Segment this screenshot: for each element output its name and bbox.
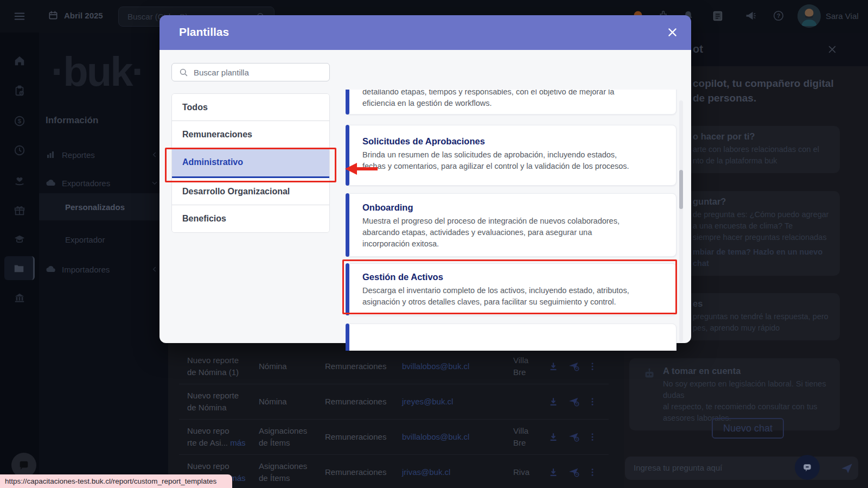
user-avatar[interactable]: [797, 4, 821, 28]
rail-payroll-icon[interactable]: $: [4, 109, 35, 133]
download-icon[interactable]: [543, 467, 564, 478]
rail-training-icon[interactable]: [4, 227, 35, 251]
cloud-download-icon: [46, 178, 56, 188]
template-search-input[interactable]: [194, 64, 324, 81]
owner-name: VillaBre: [513, 354, 543, 378]
megaphone-icon[interactable]: [744, 10, 756, 22]
sidebar-item-exportadores[interactable]: Exportadores: [39, 173, 168, 193]
browser-status-url: https://capacitaciones-test.buk.cl/repor…: [0, 474, 232, 488]
template-card-onboarding[interactable]: Onboarding Muestra el progreso del proce…: [346, 193, 676, 257]
template-card-partial-bottom[interactable]: [346, 324, 676, 351]
owner-name: VillaBre: [513, 425, 543, 449]
category-item-remuneraciones[interactable]: Remuneraciones: [172, 121, 329, 148]
chat-bubble-button[interactable]: [795, 455, 820, 480]
scrollbar-thumb[interactable]: [679, 170, 683, 209]
chevron-left-icon: [151, 151, 158, 159]
copilot-input-wrap: [625, 457, 858, 480]
sidebar-item-importadores[interactable]: Importadores: [39, 259, 168, 279]
sidebar-item-label: Personalizados: [65, 202, 125, 212]
rail-time-icon[interactable]: [4, 138, 35, 162]
sidebar-item-label: Exportador: [65, 235, 105, 244]
download-icon[interactable]: [543, 396, 564, 407]
card-accent-bar: [346, 193, 349, 257]
schedule-send-icon[interactable]: [564, 396, 584, 408]
report-category: Remuneraciones: [325, 431, 402, 443]
new-chat-button[interactable]: Nuevo chat: [712, 418, 784, 439]
search-icon: [178, 67, 189, 78]
buk-logo: ·buk·: [51, 48, 144, 95]
rail-organization-icon[interactable]: [4, 286, 35, 309]
owner-email-link[interactable]: bvillalobos@buk.cl: [402, 360, 513, 372]
category-item-todos[interactable]: Todos: [172, 94, 329, 121]
report-type: Nómina: [259, 360, 325, 372]
svg-text:?: ?: [777, 12, 781, 19]
annotation-box-administrativo: [165, 148, 336, 182]
kebab-menu-icon[interactable]: [584, 362, 601, 371]
copilot-title-fragment: ot: [693, 43, 703, 55]
more-link[interactable]: más: [230, 438, 245, 447]
template-title: Onboarding: [362, 202, 663, 213]
news-icon[interactable]: [712, 10, 724, 22]
sidebar-item-reportes[interactable]: Reportes: [39, 145, 168, 164]
owner-email-link[interactable]: bvillalobos@buk.cl: [402, 431, 513, 443]
robot-icon: [642, 367, 656, 381]
schedule-send-icon[interactable]: [564, 466, 584, 478]
download-icon[interactable]: [543, 361, 564, 372]
modal-close-icon[interactable]: [667, 27, 678, 38]
scrollbar-track[interactable]: [679, 100, 683, 342]
chevron-left-icon: [151, 265, 158, 273]
schedule-send-icon[interactable]: [564, 360, 584, 372]
sidebar-item-exportador[interactable]: Exportador: [39, 226, 163, 253]
period-label: Abril 2025: [64, 11, 103, 20]
kebab-menu-icon[interactable]: [584, 432, 601, 442]
report-type: Asignacionesde Ítems: [259, 425, 325, 449]
table-row: Nuevo reportede Nómina Nómina Remuneraci…: [179, 384, 609, 420]
sidebar-item-personalizados[interactable]: Personalizados: [39, 193, 163, 220]
kebab-menu-icon[interactable]: [584, 467, 601, 477]
template-card-partial[interactable]: detallando etapas, tiempos y responsable…: [346, 90, 676, 115]
rail-benefits-icon[interactable]: [4, 169, 35, 193]
card-accent-bar: [346, 324, 349, 351]
annotation-arrow: [344, 161, 379, 176]
report-type: Nómina: [259, 396, 325, 408]
schedule-send-icon[interactable]: [564, 431, 584, 443]
report-category: Remuneraciones: [325, 466, 402, 478]
download-icon[interactable]: [543, 432, 564, 442]
hamburger-menu-icon[interactable]: [14, 10, 25, 22]
copilot-card-title: o hacer por ti?: [693, 131, 834, 142]
user-name: Sara Vial: [826, 11, 859, 21]
report-name: Nuevo reportede Nómina: [187, 390, 259, 414]
rail-files-icon[interactable]: [4, 256, 35, 280]
rail-gifts-icon[interactable]: [4, 199, 35, 223]
reports-table: Nuevo reportede Nómina (1) Nómina Remune…: [179, 349, 609, 488]
app: Abril 2025 ?: [0, 0, 868, 488]
copilot-card-title: A tomar en cuenta: [663, 366, 833, 376]
template-card-solicitudes[interactable]: Solicitudes de Aprobaciones Brinda un re…: [346, 125, 676, 186]
modal-title: Plantillas: [179, 26, 229, 39]
copilot-question-input[interactable]: [634, 457, 786, 479]
rail-tasks-icon[interactable]: [4, 79, 35, 103]
template-title: Solicitudes de Aprobaciones: [362, 136, 663, 147]
help-icon[interactable]: ?: [773, 10, 784, 22]
card-accent-bar: [346, 125, 349, 186]
report-name: Nuevo reportede Nómina (1): [187, 354, 259, 378]
modal-header: Plantillas: [159, 15, 691, 50]
owner-email-link[interactable]: jreyes@buk.cl: [402, 396, 513, 408]
table-row: Nuevo reportede Nómina (1) Nómina Remune…: [179, 349, 609, 384]
table-row: Nuevo reporte de Asi... más Asignaciones…: [179, 455, 609, 488]
table-row: Nuevo reporte de Asi... más Asignaciones…: [179, 420, 609, 455]
rail-home-icon[interactable]: [4, 49, 35, 73]
more-link[interactable]: más: [230, 473, 245, 483]
svg-text:$: $: [18, 118, 22, 124]
send-icon[interactable]: [840, 461, 854, 476]
sidebar: ·buk· Información Reportes Exportadores …: [39, 33, 168, 488]
period-selector[interactable]: Abril 2025: [48, 10, 103, 21]
sidebar-section-label: Información: [46, 115, 98, 126]
icon-rail: $: [0, 33, 39, 488]
category-item-beneficios[interactable]: Beneficios: [172, 205, 329, 232]
annotation-box-gestion-activos: [342, 259, 677, 314]
copilot-close-icon[interactable]: [827, 44, 838, 55]
kebab-menu-icon[interactable]: [584, 397, 601, 407]
owner-email-link[interactable]: jrivas@buk.cl: [402, 466, 513, 478]
report-name: Nuevo reporte de Asi... más: [187, 425, 259, 449]
